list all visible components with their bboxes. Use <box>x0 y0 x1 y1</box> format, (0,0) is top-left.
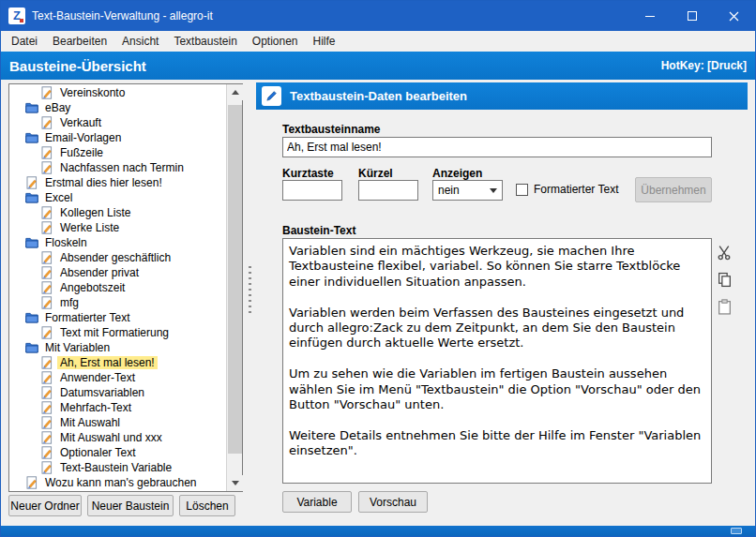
scroll-up-icon <box>232 90 239 95</box>
tree-item[interactable]: Floskeln <box>9 235 226 250</box>
tree-item-label: Fußzeile <box>57 146 106 159</box>
app-icon: Z <box>8 7 25 24</box>
tree-item-label: Nachfassen nach Termin <box>57 161 187 174</box>
tree-item-label: Email-Vorlagen <box>42 131 124 144</box>
editor-title: Textbaustein-Daten bearbeiten <box>290 89 467 103</box>
menu-item-bearbeiten[interactable]: Bearbeiten <box>45 32 114 51</box>
tree-item[interactable]: Text mit Formatierung <box>9 325 226 340</box>
statusbar <box>1 526 755 536</box>
tree-item-label: Mehrfach-Text <box>57 401 134 414</box>
name-label: Textbausteinname <box>282 123 380 136</box>
paste-icon[interactable] <box>716 298 733 315</box>
document-icon <box>39 326 54 339</box>
tree-item[interactable]: Datumsvariablen <box>9 385 226 400</box>
tree-item[interactable]: Werke Liste <box>9 220 226 235</box>
kurztaste-input[interactable] <box>282 180 342 201</box>
menubar: DateiBearbeitenAnsichtTextbausteinOption… <box>1 31 755 52</box>
menu-item-ansicht[interactable]: Ansicht <box>114 32 166 51</box>
minimize-button[interactable] <box>628 1 671 31</box>
document-icon <box>24 176 39 189</box>
preview-button[interactable]: Vorschau <box>358 491 428 513</box>
tree-item[interactable]: eBay <box>9 100 226 115</box>
tree-item[interactable]: Erstmal dies hier lesen! <box>9 175 226 190</box>
document-icon <box>39 281 54 294</box>
document-icon <box>39 86 54 99</box>
statusbar-app-icon <box>731 528 742 534</box>
titlebar: Z Text-Baustein-Verwaltung - allegro-it <box>1 1 755 31</box>
tree-item[interactable]: mfg <box>9 295 226 310</box>
tree-item[interactable]: Absender privat <box>9 265 226 280</box>
tree-item-label: Kollegen Liste <box>57 206 133 219</box>
name-input[interactable] <box>282 137 712 157</box>
anzeigen-selected-value: nein <box>438 184 460 197</box>
document-icon <box>39 146 54 159</box>
close-button[interactable] <box>713 1 755 31</box>
folder-icon <box>24 312 39 323</box>
new-folder-button[interactable]: Neuer Ordner <box>8 495 82 516</box>
scrollbar-thumb[interactable] <box>228 105 242 454</box>
tree-item-label: Absender geschäftlich <box>57 251 174 264</box>
tree-item[interactable]: Excel <box>9 190 226 205</box>
tree-item[interactable]: Optionaler Text <box>9 445 226 460</box>
variable-button[interactable]: Variable <box>282 491 352 513</box>
tree-item[interactable]: Verkauft <box>9 115 226 130</box>
maximize-icon <box>688 11 697 21</box>
clipboard-toolbar <box>716 244 733 315</box>
tree-item[interactable]: Text-Baustein Variable <box>9 460 226 475</box>
tree-item[interactable]: Ah, Erst mal lesen! <box>9 355 226 370</box>
tree-item-label: Optionaler Text <box>57 446 139 459</box>
menu-item-hilfe[interactable]: Hilfe <box>306 32 343 51</box>
tree-item[interactable]: Vereinskonto <box>9 85 226 100</box>
tree-scrollbar[interactable] <box>226 84 242 491</box>
cut-icon[interactable] <box>716 244 733 261</box>
tree-item[interactable]: Mit Variablen <box>9 340 226 355</box>
formatted-text-checkbox[interactable] <box>516 184 528 196</box>
new-baustein-button[interactable]: Neuer Baustein <box>87 495 174 516</box>
tree-item[interactable]: Angebotszeit <box>9 280 226 295</box>
tree: VereinskontoeBayVerkauftEmail-VorlagenFu… <box>9 84 226 491</box>
scroll-up-button[interactable] <box>227 84 243 100</box>
document-icon <box>39 221 54 234</box>
anzeigen-select[interactable]: nein <box>432 180 503 201</box>
overview-banner: Bausteine-Übersicht HotKey: [Druck] <box>1 52 755 80</box>
tree-panel: VereinskontoeBayVerkauftEmail-VorlagenFu… <box>8 83 243 492</box>
tree-item[interactable]: Kollegen Liste <box>9 205 226 220</box>
tree-item[interactable]: Fußzeile <box>9 145 226 160</box>
panel-splitter[interactable] <box>245 83 255 492</box>
menu-item-datei[interactable]: Datei <box>4 32 45 51</box>
menu-item-textbaustein[interactable]: Textbaustein <box>166 32 244 51</box>
kurztaste-label: Kurztaste <box>282 167 334 180</box>
kuerzel-input[interactable] <box>358 180 418 201</box>
menu-item-optionen[interactable]: Optionen <box>245 32 306 51</box>
maximize-button[interactable] <box>671 1 713 31</box>
baustein-text-area[interactable]: Variablen sind ein mächtiges Werkzeug, s… <box>282 238 712 484</box>
window-controls <box>628 1 755 31</box>
tree-item[interactable]: Mehrfach-Text <box>9 400 226 415</box>
overview-title: Bausteine-Übersicht <box>9 58 146 74</box>
document-icon <box>39 206 54 219</box>
folder-icon <box>24 132 39 143</box>
tree-item[interactable]: Absender geschäftlich <box>9 250 226 265</box>
scroll-down-button[interactable] <box>227 475 243 491</box>
tree-item-label: Formatierter Text <box>42 311 132 324</box>
tree-item-label: Mit Variablen <box>42 341 113 354</box>
tree-item[interactable]: Formatierter Text <box>9 310 226 325</box>
apply-button[interactable]: Übernehmen <box>635 177 712 202</box>
tree-item[interactable]: Mit Auswahl <box>9 415 226 430</box>
delete-button[interactable]: Löschen <box>179 495 235 516</box>
kuerzel-label: Kürzel <box>358 167 393 180</box>
tree-item[interactable]: Email-Vorlagen <box>9 130 226 145</box>
document-icon <box>39 386 54 399</box>
copy-icon[interactable] <box>716 271 733 288</box>
tree-item[interactable]: Anwender-Text <box>9 370 226 385</box>
tree-item-label: Vereinskonto <box>57 86 128 99</box>
document-icon <box>39 416 54 429</box>
folder-icon <box>24 102 39 113</box>
tree-item-label: Verkauft <box>57 116 104 129</box>
document-icon <box>24 476 39 489</box>
tree-item[interactable]: Nachfassen nach Termin <box>9 160 226 175</box>
tree-item[interactable]: Wozu kann man's gebrauchen <box>9 475 226 490</box>
hotkey-label: HotKey: [Druck] <box>661 59 747 72</box>
tree-item[interactable]: Mit Auswahl und xxx <box>9 430 226 445</box>
tree-item-label: Ah, Erst mal lesen! <box>57 356 158 369</box>
